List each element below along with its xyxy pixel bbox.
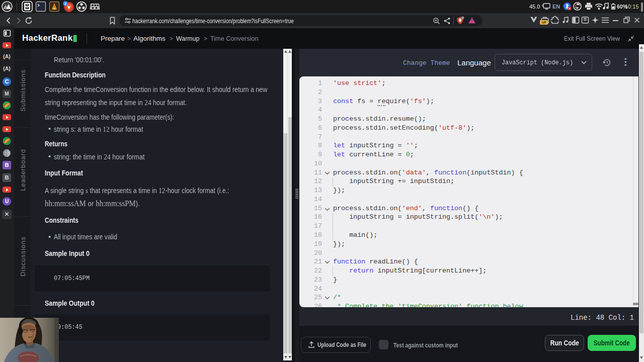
svg-text:2: 2	[64, 2, 67, 6]
